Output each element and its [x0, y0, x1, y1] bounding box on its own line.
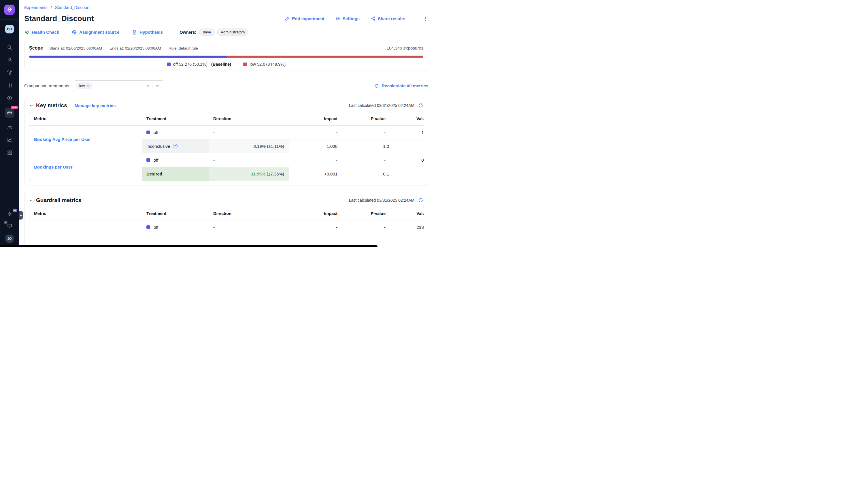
people-group-icon[interactable]: [7, 124, 13, 130]
refresh-icon[interactable]: [418, 103, 423, 108]
table-row: Bookings per User off - - - 0.1: [29, 153, 424, 167]
direction-cell: Desired: [142, 167, 209, 181]
legend-item-low: low 52,073 (49.9%): [243, 62, 285, 67]
exposures-count: 104,349 exposures: [386, 45, 423, 50]
owner-chip-administrators[interactable]: Administrators: [217, 28, 249, 36]
search-icon[interactable]: [7, 44, 13, 50]
more-options-kebab-icon[interactable]: [423, 16, 428, 21]
assignment-source-link[interactable]: Assignment source: [72, 30, 119, 35]
treatment-swatch: [146, 130, 150, 134]
main-content: Experiments / Standard_Discount Standard…: [19, 0, 434, 246]
pvalue-cell: -: [342, 125, 390, 139]
table-row: Booking Avg Price per User off - - - 1.0: [29, 125, 424, 139]
experiment-page: HO NEW: [0, 0, 434, 246]
treatment-swatch: [146, 225, 150, 229]
treatment-swatch: [146, 158, 150, 162]
direction-cell: -: [209, 220, 289, 234]
pvalue-cell: -: [342, 220, 390, 234]
legend-swatch-off: [167, 63, 171, 66]
refresh-icon[interactable]: [418, 198, 423, 203]
value-cell: 1.0: [342, 139, 390, 153]
statsig-logo-icon[interactable]: [4, 5, 15, 15]
table-header-row: Metric Treatment Direction Impact P-valu…: [29, 112, 424, 125]
pvalue-cell: <0.001: [289, 167, 342, 181]
chevron-down-icon[interactable]: [152, 84, 162, 88]
pvalue-cell: -: [342, 153, 390, 167]
col-impact: Impact: [289, 207, 342, 220]
legend-item-off: off 52,276 (50.1%) (Baseline): [167, 62, 231, 67]
comparison-label: Comparison treatments: [24, 83, 69, 88]
share-results-button[interactable]: Share results: [371, 16, 405, 21]
question-circle-icon[interactable]: ?: [173, 144, 177, 148]
collapse-chevron-icon[interactable]: [29, 198, 34, 202]
chart-line-icon[interactable]: [7, 137, 13, 143]
pencil-icon: [285, 16, 290, 21]
settings-button[interactable]: Settings: [335, 16, 360, 21]
metric-link[interactable]: Bookings per User: [34, 165, 72, 169]
col-direction: Direction: [209, 112, 289, 125]
select-clear-icon[interactable]: ✕: [144, 84, 152, 88]
target-icon: [72, 30, 77, 35]
col-impact: Impact: [289, 112, 342, 125]
key-metrics-title: Key metrics: [36, 102, 67, 109]
last-calculated-text: Last calculated 03/31/2025 02:24AM: [349, 198, 415, 202]
recalculate-all-metrics-button[interactable]: Recalculate all metrics: [374, 83, 428, 88]
breadcrumb-current[interactable]: Standard_Discount: [55, 5, 90, 10]
col-treatment: Treatment: [142, 112, 209, 125]
impact-cell: 11.55% (±7.36%): [209, 167, 289, 181]
guardrail-metrics-title: Guardrail metrics: [36, 197, 81, 203]
notifications-icon[interactable]: 2: [7, 223, 13, 229]
scope-starts: Starts at: 02/06/2025 08:06AM: [49, 46, 102, 50]
collapse-chevron-icon[interactable]: [29, 103, 34, 108]
comparison-row: Comparison treatments low ✕ ✕ Recalculat…: [24, 80, 428, 91]
allocation-segment-off: [29, 56, 227, 58]
gates-nodes-icon[interactable]: [7, 70, 13, 76]
sidebar-nav: NEW: [5, 44, 15, 156]
direction-cell: Inconclusive?: [142, 139, 209, 153]
project-avatar[interactable]: HO: [5, 25, 14, 34]
health-check-link[interactable]: Health Check: [24, 30, 59, 35]
comparison-treatments-select[interactable]: low ✕ ✕: [74, 80, 164, 91]
baseline-tag: (Baseline): [211, 62, 231, 67]
sidebar: HO NEW: [0, 0, 19, 246]
scope-header: Scope Starts at: 02/06/2025 08:06AM Ends…: [29, 45, 423, 51]
user-avatar[interactable]: JO: [5, 235, 14, 243]
gear-icon: [335, 16, 340, 21]
ai-assistant-icon[interactable]: AI: [7, 211, 13, 217]
col-metric: Metric: [29, 207, 142, 220]
meta-row: Health Check Assignment source Hypothesi…: [24, 28, 428, 36]
manage-key-metrics-link[interactable]: Manage key metrics: [75, 103, 116, 108]
col-treatment: Treatment: [142, 207, 209, 220]
title-row: Standard_Discount Edit experiment Settin…: [24, 14, 428, 23]
allocation-legend: off 52,276 (50.1%) (Baseline) low 52,073…: [29, 62, 423, 67]
sidebar-item-experiments-active[interactable]: NEW: [5, 108, 15, 117]
last-calculated-text: Last calculated 03/31/2025 02:24AM: [349, 103, 415, 108]
guardrail-metrics-table: Metric Treatment Direction Impact P-valu…: [29, 207, 424, 246]
columns-icon[interactable]: [7, 82, 13, 88]
impact-cell: 0.19% (±1.11%): [209, 139, 289, 153]
breadcrumb-separator: /: [51, 5, 52, 10]
dashboard-grid-icon[interactable]: [7, 150, 13, 156]
pvalue-cell: 1.000: [289, 139, 342, 153]
allocation-segment-low: [227, 56, 423, 58]
col-metric: Metric: [29, 112, 142, 125]
scope-rule: Rule: default rule: [169, 46, 198, 50]
sidebar-divider: [0, 38, 19, 38]
chip-remove-icon[interactable]: ✕: [86, 84, 89, 88]
hypothesis-link[interactable]: Hypothesis: [132, 30, 163, 35]
share-icon: [371, 16, 376, 21]
direction-cell: -: [209, 125, 289, 139]
treatment-chip-low[interactable]: low ✕: [76, 82, 92, 89]
key-metrics-table: Metric Treatment Direction Impact P-valu…: [29, 112, 424, 181]
metric-link[interactable]: Booking Avg Price per User: [34, 137, 91, 142]
sidebar-expand-handle[interactable]: ▶: [19, 211, 23, 219]
user-icon[interactable]: [7, 57, 13, 63]
owner-chip-dave[interactable]: dave: [199, 28, 215, 36]
edit-experiment-button[interactable]: Edit experiment: [285, 16, 324, 21]
legend-swatch-low: [243, 63, 247, 66]
play-circle-icon[interactable]: [7, 95, 13, 101]
scope-title: Scope: [29, 45, 43, 51]
direction-cell: -: [209, 153, 289, 167]
heart-check-icon: [24, 30, 29, 35]
breadcrumb-experiments[interactable]: Experiments: [24, 5, 47, 10]
